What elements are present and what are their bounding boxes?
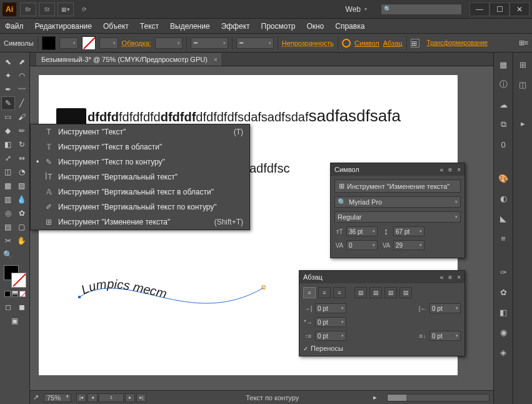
workspace-switcher[interactable]: Web [342, 4, 374, 15]
panel-close-icon[interactable]: × [457, 166, 461, 173]
font-family-dropdown[interactable]: 🔍 Myriad Pro [334, 196, 461, 208]
menu-item[interactable]: Эффект [221, 22, 250, 31]
screen-mode[interactable]: ▣ [8, 314, 22, 328]
stroke-dropdown[interactable] [99, 38, 118, 49]
first-artboard[interactable]: |◂ [76, 393, 86, 402]
flyout-item[interactable]: ꟾTИнструмент "Вертикальный текст" [31, 169, 249, 184]
color-icon[interactable]: 🎨 [496, 171, 510, 185]
kerning-field[interactable]: 0 [346, 240, 378, 250]
bridge-icon[interactable]: Br [20, 3, 36, 16]
stroke-weight[interactable] [155, 38, 183, 49]
flyout-item[interactable]: TИнструмент "Текст"(T) [31, 124, 249, 139]
first-line-field[interactable]: 0 pt [315, 317, 346, 327]
stroke-swatch[interactable] [82, 36, 96, 50]
indent-left-field[interactable]: 0 pt [315, 303, 346, 313]
artboard-number[interactable]: 1 [99, 393, 124, 402]
shape-builder-tool[interactable]: ◔ [15, 165, 29, 179]
hand-tool[interactable]: ✋ [15, 234, 29, 248]
symbol-icon[interactable]: ✿ [496, 285, 510, 299]
draw-mode[interactable]: ◻ [1, 300, 15, 314]
free-transform-tool[interactable]: ◫ [1, 165, 15, 179]
shape-icon[interactable]: ◣ [496, 211, 510, 225]
artboards-icon[interactable]: ⊞ [516, 58, 529, 71]
perspective-tool[interactable]: ▦ [1, 179, 15, 193]
brush-dropdown[interactable]: ━ [236, 38, 274, 49]
panel-tab[interactable]: Символ [334, 166, 359, 173]
menu-item[interactable]: Текст [140, 22, 159, 31]
lasso-tool[interactable]: ◠ [15, 69, 29, 83]
eyedropper-tool[interactable]: 💧 [15, 193, 29, 206]
symbol-sprayer-tool[interactable]: ✿ [15, 206, 29, 220]
leading-field[interactable]: 67 pt [393, 226, 424, 236]
char-link[interactable]: Символ [354, 39, 379, 47]
cloud-icon[interactable]: ☁ [496, 98, 510, 111]
next-artboard[interactable]: ▸ [125, 393, 135, 402]
width-tool[interactable]: ⇔ [15, 151, 29, 165]
canvas-text-1[interactable]: dfdfdfdfdfdfddfdfdfdfdfdfdfsdafsadfsdafs… [56, 106, 401, 126]
stroke-label[interactable]: Обводка: [122, 39, 151, 47]
close-button[interactable]: ✕ [509, 3, 529, 16]
flyout-item[interactable]: 𝔸Инструмент "Вертикальный текст в област… [31, 184, 249, 199]
align-right-button[interactable]: ≡ [333, 287, 346, 298]
link-icon[interactable]: ⧉ [496, 118, 510, 131]
flyout-item[interactable]: 𝕋Инструмент "Текст в области" [31, 139, 249, 154]
eraser-tool[interactable]: ◧ [1, 138, 15, 151]
panel-close-icon[interactable]: × [457, 274, 461, 281]
profile-dropdown[interactable]: ━ [191, 38, 228, 49]
direct-select-tool[interactable]: ⬈ [15, 55, 29, 69]
rotate-tool[interactable]: ↻ [15, 138, 29, 151]
layers-icon[interactable]: ◧ [496, 305, 510, 319]
libraries-icon[interactable]: ▦ [496, 58, 510, 71]
brush-icon[interactable]: ✑ [496, 265, 510, 279]
opacity-label[interactable]: Непрозрачность [282, 39, 334, 47]
minimize-button[interactable]: — [469, 3, 489, 16]
flyout-item-selected[interactable]: •✎Инструмент "Текст по контуру" [31, 154, 249, 169]
justify-center-button[interactable]: ▤ [369, 287, 382, 298]
menu-item[interactable]: Окно [306, 22, 324, 31]
shaper-tool[interactable]: ◆ [1, 124, 15, 138]
artboard-tool[interactable]: ▢ [15, 220, 29, 234]
fill-stroke-swap[interactable] [4, 265, 26, 288]
panel-minimize-icon[interactable]: « [440, 274, 444, 281]
panel-tab[interactable]: Абзац [303, 273, 323, 281]
indent-right-field[interactable]: 0 pt [429, 303, 461, 313]
panel-minimize-icon[interactable]: « [440, 166, 444, 173]
arrange-icon[interactable]: ▦▾ [58, 3, 74, 16]
menu-item[interactable]: Редактирование [35, 22, 92, 31]
zoom-level[interactable]: 75% [44, 393, 71, 402]
graphic-styles-icon[interactable]: ◈ [496, 345, 510, 359]
pencil-tool[interactable]: ✏ [15, 124, 29, 138]
fill-swatch[interactable] [42, 36, 56, 50]
slice-tool[interactable]: ✂ [1, 234, 15, 248]
last-artboard[interactable]: ▸| [136, 393, 146, 402]
prev-artboard[interactable]: ◂ [88, 393, 98, 402]
menu-item[interactable]: Справка [335, 22, 364, 31]
column-graph-tool[interactable]: ▤ [1, 220, 15, 234]
justify-all-button[interactable]: ▤ [399, 287, 412, 298]
flyout-item[interactable]: ✐Инструмент "Вертикальный текст по конту… [31, 199, 249, 215]
pen-tool[interactable]: ✒ [1, 83, 15, 96]
magic-wand-tool[interactable]: ✦ [1, 69, 15, 83]
curvature-tool[interactable]: 〰 [15, 83, 29, 96]
menu-item[interactable]: Просмотр [261, 22, 296, 31]
rectangle-tool[interactable]: ▭ [1, 110, 15, 124]
stock-icon[interactable]: St [39, 3, 55, 16]
touch-type-button[interactable]: ⊞ Инструмент "Изменение текста" [334, 179, 461, 193]
maximize-button[interactable]: ☐ [489, 3, 509, 16]
canvas-text-on-path[interactable]: Lumpics тест [76, 263, 276, 319]
font-size-field[interactable]: 36 pt [346, 226, 378, 236]
justify-left-button[interactable]: ▤ [354, 287, 367, 298]
transform-link[interactable]: Трансформирование [427, 39, 488, 46]
fill-dropdown[interactable] [59, 38, 78, 49]
tracking-field[interactable]: 29 [393, 240, 424, 250]
sync-icon[interactable]: ⟳ [76, 3, 93, 16]
document-tab[interactable]: Безымянный-3* @ 75% (CMYK/Предпросмотр G… [36, 53, 221, 66]
mesh-tool[interactable]: ▨ [15, 179, 29, 193]
space-after-field[interactable]: 0 pt [429, 331, 461, 341]
search-input[interactable]: 🔍 [381, 4, 462, 15]
align-left-button[interactable]: ≡ [303, 287, 316, 298]
paragraph-panel[interactable]: Абзац«≡× ≡ ≡ ≡ ▤ ▤ ▤ ▤ →|0 pt |←0 pt *→0… [299, 270, 465, 356]
panel-menu-icon[interactable]: ≡ [448, 274, 452, 281]
zoom-tool[interactable]: 🔍 [1, 248, 15, 261]
panel-menu-icon[interactable]: ≡ [448, 166, 452, 173]
